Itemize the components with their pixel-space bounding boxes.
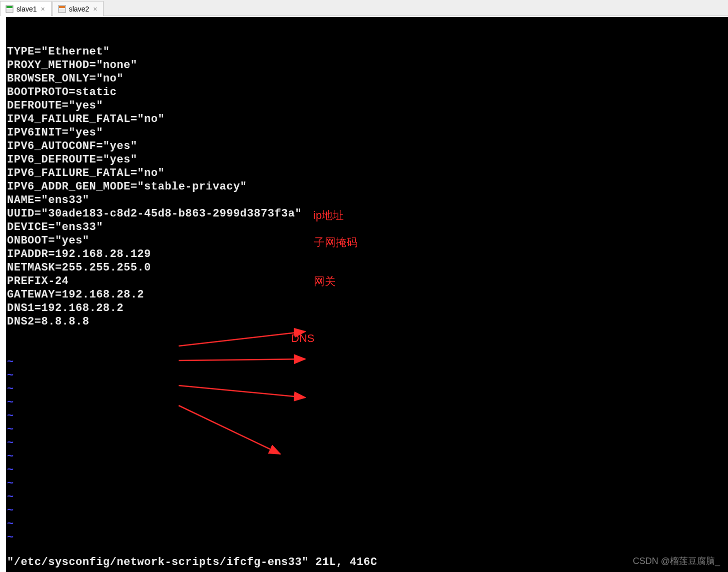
config-line: PREFIX-24 bbox=[7, 274, 728, 288]
svg-rect-1 bbox=[7, 6, 13, 8]
vim-tilde: ~ bbox=[7, 450, 728, 464]
config-line: PROXY_METHOD="none" bbox=[7, 58, 728, 72]
tab-label: slave2 bbox=[69, 5, 89, 13]
terminal-icon bbox=[58, 5, 66, 13]
config-line: NAME="ens33" bbox=[7, 194, 728, 207]
config-line: IPV6_AUTOCONF="yes" bbox=[7, 140, 728, 153]
config-line: UUID="30ade183-c8d2-45d8-b863-2999d3873f… bbox=[7, 207, 728, 220]
config-line: TYPE="Ethernet" bbox=[7, 45, 728, 58]
config-line: DNS2=8.8.8.8 bbox=[7, 315, 728, 328]
vim-tilde: ~ bbox=[7, 504, 728, 518]
config-line: IPV4_FAILURE_FATAL="no" bbox=[7, 112, 728, 126]
config-line: DNS1=192.168.28.2 bbox=[7, 302, 728, 315]
vim-tilde: ~ bbox=[7, 396, 728, 410]
svg-rect-4 bbox=[59, 6, 65, 8]
watermark: CSDN @榴莲豆腐脑_ bbox=[633, 555, 720, 567]
config-line: NETMASK=255.255.255.0 bbox=[7, 261, 728, 274]
vim-tilde: ~ bbox=[7, 410, 728, 423]
vim-tilde: ~ bbox=[7, 464, 728, 477]
terminal[interactable]: TYPE="Ethernet"PROXY_METHOD="none"BROWSE… bbox=[6, 17, 728, 572]
vim-tilde: ~ bbox=[7, 531, 728, 544]
svg-rect-2 bbox=[7, 8, 13, 12]
svg-rect-5 bbox=[59, 8, 65, 12]
config-line: BROWSER_ONLY="no" bbox=[7, 72, 728, 86]
config-line: IPADDR=192.168.28.129 bbox=[7, 248, 728, 261]
terminal-icon bbox=[6, 5, 14, 13]
vim-tilde: ~ bbox=[7, 356, 728, 369]
vim-tilde: ~ bbox=[7, 436, 728, 450]
tab-label: slave1 bbox=[17, 5, 37, 13]
tab-bar: slave1 × slave2 × bbox=[0, 0, 728, 16]
close-icon[interactable]: × bbox=[40, 5, 46, 13]
config-line: ONBOOT="yes" bbox=[7, 234, 728, 248]
config-line: IPV6_DEFROUTE="yes" bbox=[7, 153, 728, 166]
vim-tilde: ~ bbox=[7, 423, 728, 436]
config-line: DEFROUTE="yes" bbox=[7, 99, 728, 112]
config-line: IPV6INIT="yes" bbox=[7, 126, 728, 140]
tab-slave2[interactable]: slave2 × bbox=[53, 1, 104, 16]
config-line: BOOTPROTO=static bbox=[7, 86, 728, 99]
vim-tilde: ~ bbox=[7, 382, 728, 396]
vim-tilde: ~ bbox=[7, 490, 728, 504]
vim-tilde: ~ bbox=[7, 369, 728, 382]
vim-tilde: ~ bbox=[7, 518, 728, 531]
config-line: IPV6_FAILURE_FATAL="no" bbox=[7, 166, 728, 180]
config-line: IPV6_ADDR_GEN_MODE="stable-privacy" bbox=[7, 180, 728, 194]
vim-tilde: ~ bbox=[7, 477, 728, 490]
tab-slave1[interactable]: slave1 × bbox=[0, 1, 52, 16]
config-line: GATEWAY=192.168.28.2 bbox=[7, 288, 728, 302]
close-icon[interactable]: × bbox=[92, 5, 98, 13]
config-line: DEVICE="ens33" bbox=[7, 220, 728, 234]
vim-status-line: "/etc/sysconfig/network-scripts/ifcfg-en… bbox=[7, 556, 377, 569]
